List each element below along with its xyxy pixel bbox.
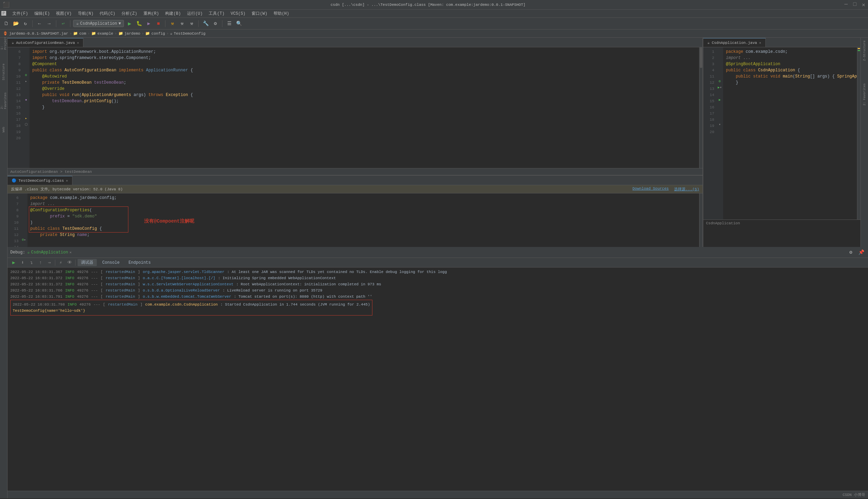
breadcrumb: 🏺 jardemo-0.0.1-SNAPSHOT.jar › 📁 com › 📁… bbox=[0, 29, 868, 38]
step-out-btn[interactable]: ↑ bbox=[37, 259, 44, 266]
fold-icon-13[interactable]: ▾ bbox=[720, 85, 722, 90]
menu-refactor[interactable]: 重构(R) bbox=[141, 10, 162, 17]
menu-bar: 🅿 文件(F) 编辑(E) 视图(V) 导航(N) 代码(C) 分析(Z) 重构… bbox=[0, 10, 868, 18]
log-line-output: TestDemoConfig{name='hello~sdk'} bbox=[13, 308, 370, 314]
menu-file[interactable]: 文件(F) bbox=[10, 10, 31, 17]
decompile-pane: 🔵 TestDemoConfig.class ✕ 反编译 .class 文件, … bbox=[8, 175, 703, 247]
debug-settings-btn[interactable]: ⚙ bbox=[847, 248, 855, 257]
new-file-btn[interactable]: 🗋 bbox=[2, 20, 10, 28]
terminal-btn[interactable]: ☰ bbox=[225, 20, 233, 28]
debug-button[interactable]: 🐛 bbox=[135, 20, 143, 28]
springboot-icon: ⚙ bbox=[719, 79, 721, 83]
wrench-btn[interactable]: 🔧 bbox=[201, 20, 210, 28]
close-btn[interactable]: ✕ bbox=[862, 1, 865, 8]
left-editor-scrollbar[interactable] bbox=[699, 47, 703, 168]
add-watch-btn[interactable]: 👁 bbox=[66, 259, 73, 266]
resume-btn[interactable]: ▶ bbox=[10, 259, 17, 266]
right-code[interactable]: package com.example.csdn; import ... @Sp… bbox=[723, 47, 857, 219]
menu-help[interactable]: 帮助(H) bbox=[271, 10, 292, 17]
decompile-code[interactable]: package com.example.jardemo.config; impo… bbox=[27, 193, 699, 247]
debug-session-tab[interactable]: ☕ CsdnApplication ✕ bbox=[27, 250, 71, 255]
menu-build[interactable]: 构建(B) bbox=[162, 10, 184, 17]
fold-icon-19[interactable]: ▾ bbox=[719, 122, 721, 127]
decompile-scrollbar[interactable] bbox=[699, 193, 703, 247]
menu-edit[interactable]: 编辑(E) bbox=[32, 10, 53, 17]
run-icon-15[interactable]: ▶ bbox=[719, 98, 721, 102]
breadcrumb-jardemo[interactable]: jardemo bbox=[125, 32, 140, 36]
web-icon[interactable]: Web bbox=[0, 126, 7, 133]
stop-btn[interactable]: ■ bbox=[154, 20, 162, 28]
breadcrumb-example[interactable]: example bbox=[97, 32, 113, 36]
structure-icon[interactable]: Structure bbox=[0, 69, 7, 75]
step-over-btn[interactable]: ⬇ bbox=[19, 259, 26, 266]
right-line-numbers: 1 2 3 4 11 12 13 14 15 16 17 18 19 20 bbox=[703, 47, 716, 219]
window-controls[interactable]: ─ □ ✕ bbox=[844, 1, 865, 8]
minimap-mark-green bbox=[858, 50, 860, 51]
step-into-btn[interactable]: ↴ bbox=[28, 259, 35, 266]
menu-vcs[interactable]: VCS(S) bbox=[228, 11, 248, 17]
find-btn[interactable]: 🔍 bbox=[235, 20, 243, 28]
right-minimap-strip[interactable] bbox=[857, 47, 860, 219]
code-left[interactable]: import org.springframework.boot.Applicat… bbox=[30, 47, 699, 168]
close-decompile-tab[interactable]: ✕ bbox=[66, 179, 68, 183]
run-to-cursor-btn[interactable]: ⇒ bbox=[46, 259, 53, 266]
menu-run[interactable]: 运行(U) bbox=[184, 10, 206, 17]
debugger-tab[interactable]: 调试器 bbox=[78, 259, 97, 266]
left-editor-tabs: ☕ AutoConfigurationBean.java ✕ bbox=[8, 38, 703, 47]
tab-csdn-app[interactable]: ☕ CsdnApplication.java ✕ bbox=[703, 38, 766, 47]
forward-btn[interactable]: → bbox=[45, 20, 53, 28]
favorites-icon[interactable]: 2: Favorites bbox=[0, 97, 7, 104]
gutter-17b: ⬡ bbox=[25, 122, 28, 127]
sdk-btn[interactable]: ⚙ bbox=[211, 20, 219, 28]
project-icon[interactable]: 1: Project bbox=[0, 40, 7, 47]
left-code-area[interactable]: 6 7 8 9 10 11 12 13 14 15 16 17 18 19 bbox=[8, 47, 703, 168]
console-tab[interactable]: Console bbox=[99, 260, 123, 266]
sync-btn[interactable]: ↻ bbox=[21, 20, 30, 28]
run-config-selector[interactable]: ☕ CsdnApplication ▼ bbox=[73, 20, 124, 27]
debug-pin-btn[interactable]: 📌 bbox=[857, 248, 865, 257]
build-run-btn[interactable]: ⚒ bbox=[187, 20, 196, 28]
evaluate-btn[interactable]: ⚡ bbox=[57, 259, 64, 266]
decompile-code-area[interactable]: 6 7 8 9 10 11 12 13 14 bbox=[8, 193, 703, 247]
tab-decompile[interactable]: 🔵 TestDemoConfig.class ✕ bbox=[8, 176, 72, 185]
console-output[interactable]: 2022-05-22 16:03:31.367 INFO 49276 --- [… bbox=[8, 268, 868, 491]
breadcrumb-config[interactable]: config bbox=[151, 32, 165, 36]
gutter-fold-11[interactable]: ▸ bbox=[25, 79, 27, 83]
rebuild-btn[interactable]: ⚒ bbox=[178, 20, 186, 28]
run-coverage-btn[interactable]: ▶ bbox=[144, 20, 153, 28]
z-favorites-label[interactable]: 2: Favorites bbox=[863, 83, 866, 106]
right-editor-tabs: ☕ CsdnApplication.java ✕ bbox=[703, 38, 860, 47]
close-right-tab[interactable]: ✕ bbox=[759, 41, 761, 45]
menu-tools[interactable]: 工具(T) bbox=[206, 10, 227, 17]
choose-source-btn[interactable]: 选择源...(S) bbox=[674, 187, 699, 192]
close-debug-session[interactable]: ✕ bbox=[69, 250, 71, 254]
build-btn[interactable]: ⚒ bbox=[168, 20, 176, 28]
menu-analyze[interactable]: 分析(Z) bbox=[119, 10, 140, 17]
menu-window[interactable]: 窗口(W) bbox=[249, 10, 270, 17]
right-code-area[interactable]: 1 2 3 4 11 12 13 14 15 16 17 18 19 20 bbox=[703, 47, 860, 219]
maximize-btn[interactable]: □ bbox=[853, 1, 857, 8]
z-structure-label[interactable]: Z-Structure bbox=[863, 40, 866, 61]
breadcrumb-jar[interactable]: jardemo-0.0.1-SNAPSHOT.jar bbox=[9, 32, 68, 36]
undo-btn[interactable]: ↩ bbox=[59, 20, 67, 28]
debug-toolbar: Debug: ☕ CsdnApplication ✕ ⚙ 📌 bbox=[8, 247, 868, 258]
menu-code[interactable]: 代码(C) bbox=[97, 10, 118, 17]
tab-auto-config-bean[interactable]: ☕ AutoConfigurationBean.java ✕ bbox=[8, 38, 83, 47]
open-btn[interactable]: 📂 bbox=[12, 20, 20, 28]
left-tool-strip: 1: Project Structure 2: Favorites Web bbox=[0, 38, 8, 498]
menu-navigate[interactable]: 导航(N) bbox=[75, 10, 96, 17]
back-btn[interactable]: ← bbox=[35, 20, 44, 28]
right-gutter: ⚙ ▶ ▾ ▶ ▾ bbox=[716, 47, 723, 219]
menu-view[interactable]: 视图(V) bbox=[53, 10, 74, 17]
breadcrumb-class[interactable]: TestDemoConfig bbox=[174, 32, 205, 36]
run-button[interactable]: ▶ bbox=[125, 20, 134, 28]
log-line-1: 2022-05-22 16:03:31.372 INFO 49276 --- [… bbox=[10, 275, 865, 281]
endpoints-tab[interactable]: Endpoints bbox=[125, 260, 154, 266]
class-fold-13[interactable]: ▸ bbox=[24, 238, 26, 242]
minimize-btn[interactable]: ─ bbox=[844, 1, 848, 8]
breadcrumb-com[interactable]: com bbox=[79, 32, 86, 36]
decompile-line-numbers: 6 7 8 9 10 11 12 13 14 bbox=[8, 193, 21, 247]
close-left-tab[interactable]: ✕ bbox=[77, 41, 79, 45]
download-sources-btn[interactable]: Download Sources bbox=[633, 187, 669, 192]
annotation-comment: 没有@Compoent注解呢 bbox=[144, 218, 194, 224]
